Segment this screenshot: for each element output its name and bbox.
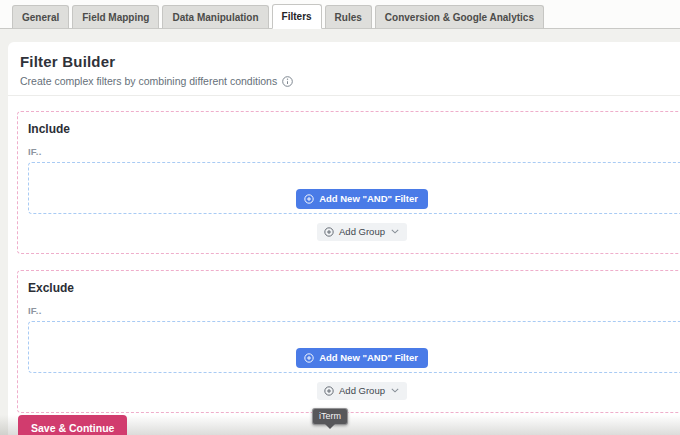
plus-circle-icon (324, 227, 334, 237)
dock-tooltip: iTerm (312, 408, 348, 425)
plus-circle-icon (304, 353, 314, 363)
chevron-down-icon (391, 229, 399, 234)
include-add-and-filter-label: Add New "AND" Filter (319, 193, 418, 204)
exclude-group-label: Exclude (28, 281, 680, 295)
tab-list: General Field Mapping Data Manipulation … (12, 4, 544, 29)
tab-data-manipulation[interactable]: Data Manipulation (162, 5, 268, 29)
tooltip-arrow-icon (325, 424, 335, 429)
include-group-label: Include (28, 122, 680, 136)
dock-tooltip-label: iTerm (319, 411, 341, 421)
include-add-and-filter-button[interactable]: Add New "AND" Filter (296, 189, 428, 209)
exclude-add-and-filter-label: Add New "AND" Filter (319, 352, 418, 363)
exclude-filter-group: Exclude IF.. Add New "AND" Filter (17, 270, 680, 413)
save-continue-button[interactable]: Save & Continue (18, 415, 127, 435)
exclude-add-group-label: Add Group (339, 385, 385, 396)
page-title: Filter Builder (20, 53, 680, 70)
include-condition-dropzone: Add New "AND" Filter (28, 162, 680, 214)
exclude-add-and-filter-button[interactable]: Add New "AND" Filter (296, 348, 428, 368)
plus-circle-icon (324, 386, 334, 396)
tab-bar: General Field Mapping Data Manipulation … (0, 0, 680, 29)
exclude-add-group-button[interactable]: Add Group (317, 382, 407, 400)
include-filter-group: Include IF.. Add New "AND" Filter (17, 111, 680, 254)
info-circle-icon[interactable] (282, 76, 293, 87)
tab-conversion-google-analytics[interactable]: Conversion & Google Analytics (375, 5, 544, 29)
include-add-group-label: Add Group (339, 226, 385, 237)
plus-circle-icon (304, 194, 314, 204)
exclude-condition-dropzone: Add New "AND" Filter (28, 321, 680, 373)
content-card: Filter Builder Create complex filters by… (8, 42, 680, 435)
exclude-if-label: IF.. (28, 305, 680, 316)
include-if-label: IF.. (28, 146, 680, 157)
page-subtitle: Create complex filters by combining diff… (20, 75, 277, 87)
include-add-group-button[interactable]: Add Group (317, 223, 407, 241)
header-divider (8, 95, 680, 96)
chevron-down-icon (391, 388, 399, 393)
tab-field-mapping[interactable]: Field Mapping (72, 5, 159, 29)
tab-general[interactable]: General (12, 5, 69, 29)
tab-rules[interactable]: Rules (325, 5, 372, 29)
card-header: Filter Builder Create complex filters by… (8, 42, 680, 87)
tab-filters[interactable]: Filters (272, 4, 322, 29)
